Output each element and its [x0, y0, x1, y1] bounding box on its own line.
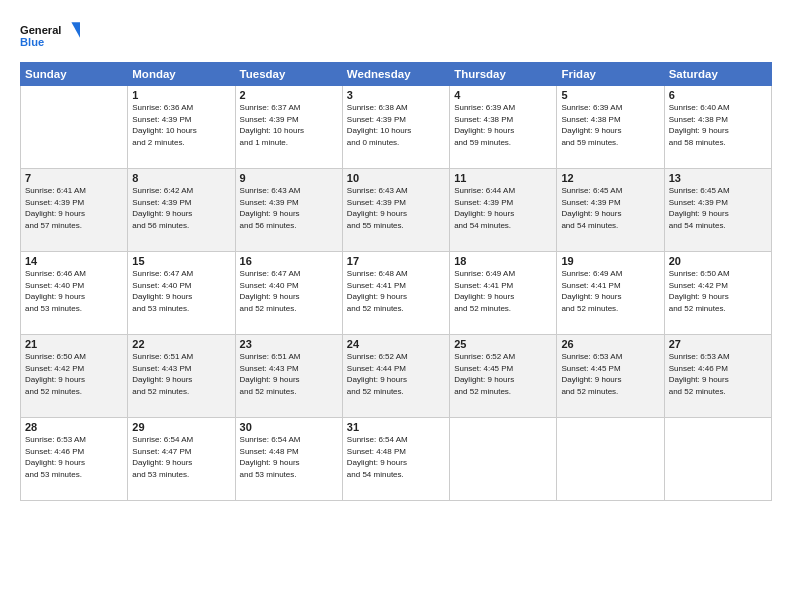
- day-info: Sunrise: 6:53 AM Sunset: 4:46 PM Dayligh…: [669, 351, 767, 397]
- day-number: 23: [240, 338, 338, 350]
- day-info: Sunrise: 6:39 AM Sunset: 4:38 PM Dayligh…: [454, 102, 552, 148]
- day-cell: 1Sunrise: 6:36 AM Sunset: 4:39 PM Daylig…: [128, 86, 235, 169]
- week-row-4: 28Sunrise: 6:53 AM Sunset: 4:46 PM Dayli…: [21, 418, 772, 501]
- day-info: Sunrise: 6:47 AM Sunset: 4:40 PM Dayligh…: [132, 268, 230, 314]
- day-number: 3: [347, 89, 445, 101]
- day-cell: 27Sunrise: 6:53 AM Sunset: 4:46 PM Dayli…: [664, 335, 771, 418]
- col-header-monday: Monday: [128, 63, 235, 86]
- week-row-3: 21Sunrise: 6:50 AM Sunset: 4:42 PM Dayli…: [21, 335, 772, 418]
- day-info: Sunrise: 6:42 AM Sunset: 4:39 PM Dayligh…: [132, 185, 230, 231]
- day-number: 11: [454, 172, 552, 184]
- col-header-sunday: Sunday: [21, 63, 128, 86]
- day-info: Sunrise: 6:54 AM Sunset: 4:47 PM Dayligh…: [132, 434, 230, 480]
- day-number: 1: [132, 89, 230, 101]
- day-info: Sunrise: 6:38 AM Sunset: 4:39 PM Dayligh…: [347, 102, 445, 148]
- day-number: 21: [25, 338, 123, 350]
- day-number: 14: [25, 255, 123, 267]
- day-cell: 21Sunrise: 6:50 AM Sunset: 4:42 PM Dayli…: [21, 335, 128, 418]
- day-cell: 12Sunrise: 6:45 AM Sunset: 4:39 PM Dayli…: [557, 169, 664, 252]
- day-number: 2: [240, 89, 338, 101]
- day-number: 20: [669, 255, 767, 267]
- day-number: 15: [132, 255, 230, 267]
- day-number: 16: [240, 255, 338, 267]
- calendar-table: SundayMondayTuesdayWednesdayThursdayFrid…: [20, 62, 772, 501]
- col-header-thursday: Thursday: [450, 63, 557, 86]
- col-header-friday: Friday: [557, 63, 664, 86]
- logo-svg: General Blue: [20, 18, 80, 54]
- day-info: Sunrise: 6:43 AM Sunset: 4:39 PM Dayligh…: [347, 185, 445, 231]
- day-info: Sunrise: 6:46 AM Sunset: 4:40 PM Dayligh…: [25, 268, 123, 314]
- day-number: 13: [669, 172, 767, 184]
- day-info: Sunrise: 6:40 AM Sunset: 4:38 PM Dayligh…: [669, 102, 767, 148]
- day-info: Sunrise: 6:43 AM Sunset: 4:39 PM Dayligh…: [240, 185, 338, 231]
- week-row-0: 1Sunrise: 6:36 AM Sunset: 4:39 PM Daylig…: [21, 86, 772, 169]
- header-row: SundayMondayTuesdayWednesdayThursdayFrid…: [21, 63, 772, 86]
- day-info: Sunrise: 6:51 AM Sunset: 4:43 PM Dayligh…: [132, 351, 230, 397]
- day-info: Sunrise: 6:53 AM Sunset: 4:46 PM Dayligh…: [25, 434, 123, 480]
- day-cell: 25Sunrise: 6:52 AM Sunset: 4:45 PM Dayli…: [450, 335, 557, 418]
- day-cell: 24Sunrise: 6:52 AM Sunset: 4:44 PM Dayli…: [342, 335, 449, 418]
- week-row-1: 7Sunrise: 6:41 AM Sunset: 4:39 PM Daylig…: [21, 169, 772, 252]
- day-cell: 8Sunrise: 6:42 AM Sunset: 4:39 PM Daylig…: [128, 169, 235, 252]
- day-cell: 18Sunrise: 6:49 AM Sunset: 4:41 PM Dayli…: [450, 252, 557, 335]
- day-cell: 3Sunrise: 6:38 AM Sunset: 4:39 PM Daylig…: [342, 86, 449, 169]
- day-cell: 11Sunrise: 6:44 AM Sunset: 4:39 PM Dayli…: [450, 169, 557, 252]
- day-cell: 6Sunrise: 6:40 AM Sunset: 4:38 PM Daylig…: [664, 86, 771, 169]
- day-number: 6: [669, 89, 767, 101]
- day-cell: 22Sunrise: 6:51 AM Sunset: 4:43 PM Dayli…: [128, 335, 235, 418]
- day-number: 5: [561, 89, 659, 101]
- day-cell: 15Sunrise: 6:47 AM Sunset: 4:40 PM Dayli…: [128, 252, 235, 335]
- day-info: Sunrise: 6:49 AM Sunset: 4:41 PM Dayligh…: [561, 268, 659, 314]
- day-info: Sunrise: 6:54 AM Sunset: 4:48 PM Dayligh…: [347, 434, 445, 480]
- day-cell: 19Sunrise: 6:49 AM Sunset: 4:41 PM Dayli…: [557, 252, 664, 335]
- day-info: Sunrise: 6:51 AM Sunset: 4:43 PM Dayligh…: [240, 351, 338, 397]
- day-cell: 10Sunrise: 6:43 AM Sunset: 4:39 PM Dayli…: [342, 169, 449, 252]
- day-info: Sunrise: 6:53 AM Sunset: 4:45 PM Dayligh…: [561, 351, 659, 397]
- day-info: Sunrise: 6:41 AM Sunset: 4:39 PM Dayligh…: [25, 185, 123, 231]
- day-cell: 5Sunrise: 6:39 AM Sunset: 4:38 PM Daylig…: [557, 86, 664, 169]
- day-cell: [664, 418, 771, 501]
- header: General Blue: [20, 18, 772, 54]
- day-cell: 28Sunrise: 6:53 AM Sunset: 4:46 PM Dayli…: [21, 418, 128, 501]
- day-info: Sunrise: 6:54 AM Sunset: 4:48 PM Dayligh…: [240, 434, 338, 480]
- page: General Blue SundayMondayTuesdayWednesda…: [0, 0, 792, 612]
- day-info: Sunrise: 6:36 AM Sunset: 4:39 PM Dayligh…: [132, 102, 230, 148]
- day-number: 4: [454, 89, 552, 101]
- day-number: 8: [132, 172, 230, 184]
- col-header-wednesday: Wednesday: [342, 63, 449, 86]
- day-cell: 7Sunrise: 6:41 AM Sunset: 4:39 PM Daylig…: [21, 169, 128, 252]
- day-info: Sunrise: 6:39 AM Sunset: 4:38 PM Dayligh…: [561, 102, 659, 148]
- day-cell: [450, 418, 557, 501]
- day-cell: 13Sunrise: 6:45 AM Sunset: 4:39 PM Dayli…: [664, 169, 771, 252]
- day-info: Sunrise: 6:47 AM Sunset: 4:40 PM Dayligh…: [240, 268, 338, 314]
- day-number: 17: [347, 255, 445, 267]
- week-row-2: 14Sunrise: 6:46 AM Sunset: 4:40 PM Dayli…: [21, 252, 772, 335]
- day-number: 24: [347, 338, 445, 350]
- logo: General Blue: [20, 18, 80, 54]
- day-cell: 30Sunrise: 6:54 AM Sunset: 4:48 PM Dayli…: [235, 418, 342, 501]
- day-number: 29: [132, 421, 230, 433]
- day-info: Sunrise: 6:48 AM Sunset: 4:41 PM Dayligh…: [347, 268, 445, 314]
- day-number: 9: [240, 172, 338, 184]
- day-info: Sunrise: 6:52 AM Sunset: 4:44 PM Dayligh…: [347, 351, 445, 397]
- day-number: 19: [561, 255, 659, 267]
- day-cell: 29Sunrise: 6:54 AM Sunset: 4:47 PM Dayli…: [128, 418, 235, 501]
- day-number: 10: [347, 172, 445, 184]
- day-number: 7: [25, 172, 123, 184]
- day-cell: 2Sunrise: 6:37 AM Sunset: 4:39 PM Daylig…: [235, 86, 342, 169]
- day-number: 26: [561, 338, 659, 350]
- day-number: 12: [561, 172, 659, 184]
- svg-marker-2: [71, 22, 80, 37]
- day-cell: 14Sunrise: 6:46 AM Sunset: 4:40 PM Dayli…: [21, 252, 128, 335]
- day-number: 25: [454, 338, 552, 350]
- day-number: 22: [132, 338, 230, 350]
- col-header-saturday: Saturday: [664, 63, 771, 86]
- day-cell: [557, 418, 664, 501]
- day-cell: 23Sunrise: 6:51 AM Sunset: 4:43 PM Dayli…: [235, 335, 342, 418]
- day-cell: 4Sunrise: 6:39 AM Sunset: 4:38 PM Daylig…: [450, 86, 557, 169]
- day-number: 31: [347, 421, 445, 433]
- day-number: 28: [25, 421, 123, 433]
- day-info: Sunrise: 6:52 AM Sunset: 4:45 PM Dayligh…: [454, 351, 552, 397]
- day-info: Sunrise: 6:50 AM Sunset: 4:42 PM Dayligh…: [25, 351, 123, 397]
- svg-text:General: General: [20, 24, 61, 36]
